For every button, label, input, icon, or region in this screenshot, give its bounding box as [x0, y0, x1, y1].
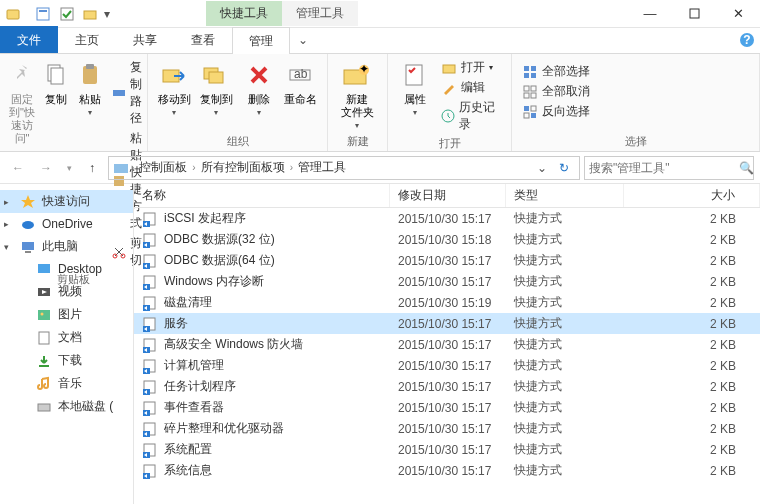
col-name[interactable]: 名称	[134, 184, 390, 207]
pin-button[interactable]: 固定到"快速访问"	[6, 56, 38, 145]
address-dropdown-icon[interactable]: ⌄	[533, 161, 551, 175]
navigation-pane[interactable]: ▸ 快速访问 ▸ OneDrive ▾ 此电脑 Desktop 视频 图片	[0, 184, 134, 504]
shortcut-icon	[142, 421, 158, 437]
nav-item[interactable]: ▸ OneDrive	[0, 213, 133, 235]
svg-rect-9	[51, 68, 63, 84]
file-list[interactable]: 名称 修改日期 类型 大小 iSCSI 发起程序 2015/10/30 15:1…	[134, 184, 760, 504]
nav-back-button[interactable]: ←	[6, 156, 30, 180]
crumb-control-panel[interactable]: 控制面板	[136, 159, 190, 176]
context-tab-shortcut-tools[interactable]: 快捷工具	[206, 1, 282, 26]
nav-item[interactable]: ▸ 快速访问	[0, 190, 133, 213]
minimize-button[interactable]: —	[628, 0, 672, 28]
copy-path-button[interactable]: 复制路径	[108, 58, 148, 128]
nav-forward-button[interactable]: →	[34, 156, 58, 180]
nav-up-button[interactable]: ↑	[80, 156, 104, 180]
list-item[interactable]: ODBC 数据源(64 位) 2015/10/30 15:17 快捷方式 2 K…	[134, 250, 760, 271]
context-tab-manage-tools[interactable]: 管理工具	[282, 1, 358, 26]
expand-icon[interactable]: ▸	[4, 219, 14, 229]
file-size: 2 KB	[624, 233, 760, 247]
invert-selection-button[interactable]: 反向选择	[518, 102, 594, 121]
list-item[interactable]: 任务计划程序 2015/10/30 15:17 快捷方式 2 KB	[134, 376, 760, 397]
select-all-button[interactable]: 全部选择	[518, 62, 594, 81]
list-item[interactable]: 计算机管理 2015/10/30 15:17 快捷方式 2 KB	[134, 355, 760, 376]
list-item[interactable]: Windows 内存诊断 2015/10/30 15:17 快捷方式 2 KB	[134, 271, 760, 292]
nav-item[interactable]: 下载	[0, 349, 133, 372]
open-icon	[441, 60, 457, 76]
paste-button[interactable]: 粘贴 ▾	[74, 56, 106, 117]
nav-item-label: OneDrive	[42, 217, 93, 231]
file-date: 2015/10/30 15:17	[390, 464, 506, 478]
list-item[interactable]: 系统配置 2015/10/30 15:17 快捷方式 2 KB	[134, 439, 760, 460]
tab-manage[interactable]: 管理	[232, 27, 290, 54]
new-folder-button[interactable]: ✦ 新建 文件夹▾	[334, 56, 380, 130]
list-item[interactable]: 系统信息 2015/10/30 15:17 快捷方式 2 KB	[134, 460, 760, 481]
copy-to-button[interactable]: 复制到▾	[196, 56, 236, 117]
list-item[interactable]: iSCSI 发起程序 2015/10/30 15:17 快捷方式 2 KB	[134, 208, 760, 229]
move-to-button[interactable]: 移动到▾	[154, 56, 194, 117]
shortcut-icon	[142, 295, 158, 311]
list-item[interactable]: 服务 2015/10/30 15:17 快捷方式 2 KB	[134, 313, 760, 334]
col-date[interactable]: 修改日期	[390, 184, 506, 207]
pin-icon	[6, 59, 38, 91]
nav-item[interactable]: 视频	[0, 280, 133, 303]
breadcrumb[interactable]: › 控制面板› 所有控制面板项› 管理工具 ⌄ ↻	[108, 156, 580, 180]
search-box[interactable]: 🔍	[584, 156, 754, 180]
col-size[interactable]: 大小	[624, 184, 760, 207]
crumb-admin-tools[interactable]: 管理工具	[295, 159, 349, 176]
shortcut-icon	[142, 274, 158, 290]
help-icon[interactable]: ?	[734, 27, 760, 53]
nav-item[interactable]: ▾ 此电脑	[0, 235, 133, 258]
select-all-icon	[522, 64, 538, 80]
file-type: 快捷方式	[506, 210, 624, 227]
tab-view[interactable]: 查看	[174, 26, 232, 53]
open-button[interactable]: 打开 ▾	[437, 58, 505, 77]
qat-newfolder-icon[interactable]	[80, 3, 102, 25]
tab-share[interactable]: 共享	[116, 26, 174, 53]
select-none-button[interactable]: 全部取消	[518, 82, 594, 101]
nav-item[interactable]: 文档	[0, 326, 133, 349]
tab-home[interactable]: 主页	[58, 26, 116, 53]
properties-button[interactable]: 属性▾	[394, 56, 435, 117]
search-input[interactable]	[589, 161, 739, 175]
list-item[interactable]: 磁盘清理 2015/10/30 15:19 快捷方式 2 KB	[134, 292, 760, 313]
file-date: 2015/10/30 15:17	[390, 212, 506, 226]
edit-button[interactable]: 编辑	[437, 78, 505, 97]
nav-item-label: 本地磁盘 (	[58, 398, 113, 415]
history-button[interactable]: 历史记录	[437, 98, 505, 134]
svg-rect-28	[531, 66, 536, 71]
tab-file[interactable]: 文件	[0, 26, 58, 53]
expand-icon[interactable]: ▸	[4, 197, 14, 207]
delete-button[interactable]: 删除▾	[239, 56, 279, 117]
svg-rect-11	[86, 64, 94, 69]
rename-button[interactable]: ab 重命名	[281, 56, 321, 106]
copy-button[interactable]: 复制	[40, 56, 72, 106]
new-folder-icon: ✦	[341, 59, 373, 91]
nav-item[interactable]: 本地磁盘 (	[0, 395, 133, 418]
nav-item[interactable]: 音乐	[0, 372, 133, 395]
maximize-button[interactable]	[672, 0, 716, 28]
close-button[interactable]: ✕	[716, 0, 760, 28]
rename-icon: ab	[285, 59, 317, 91]
qat-dropdown-icon[interactable]: ▾	[104, 7, 116, 21]
list-item[interactable]: 高级安全 Windows 防火墙 2015/10/30 15:17 快捷方式 2…	[134, 334, 760, 355]
list-item[interactable]: ODBC 数据源(32 位) 2015/10/30 15:18 快捷方式 2 K…	[134, 229, 760, 250]
col-type[interactable]: 类型	[506, 184, 624, 207]
nav-item[interactable]: Desktop	[0, 258, 133, 280]
file-type: 快捷方式	[506, 378, 624, 395]
expand-icon[interactable]: ▾	[4, 242, 14, 252]
titlebar: ▾ 快捷工具 管理工具 — ✕	[0, 0, 760, 28]
nav-recent-dropdown[interactable]: ▾	[62, 156, 76, 180]
svg-rect-29	[524, 73, 529, 78]
qat-checkbox-icon[interactable]	[56, 3, 78, 25]
crumb-all-items[interactable]: 所有控制面板项	[198, 159, 288, 176]
refresh-icon[interactable]: ↻	[553, 161, 575, 175]
file-type: 快捷方式	[506, 336, 624, 353]
file-size: 2 KB	[624, 401, 760, 415]
nav-item[interactable]: 图片	[0, 303, 133, 326]
nav-item-label: 音乐	[58, 375, 82, 392]
list-item[interactable]: 事件查看器 2015/10/30 15:17 快捷方式 2 KB	[134, 397, 760, 418]
qat-properties-icon[interactable]	[32, 3, 54, 25]
list-item[interactable]: 碎片整理和优化驱动器 2015/10/30 15:17 快捷方式 2 KB	[134, 418, 760, 439]
ribbon-collapse-icon[interactable]: ⌄	[290, 27, 316, 53]
file-name: ODBC 数据源(32 位)	[164, 231, 275, 248]
